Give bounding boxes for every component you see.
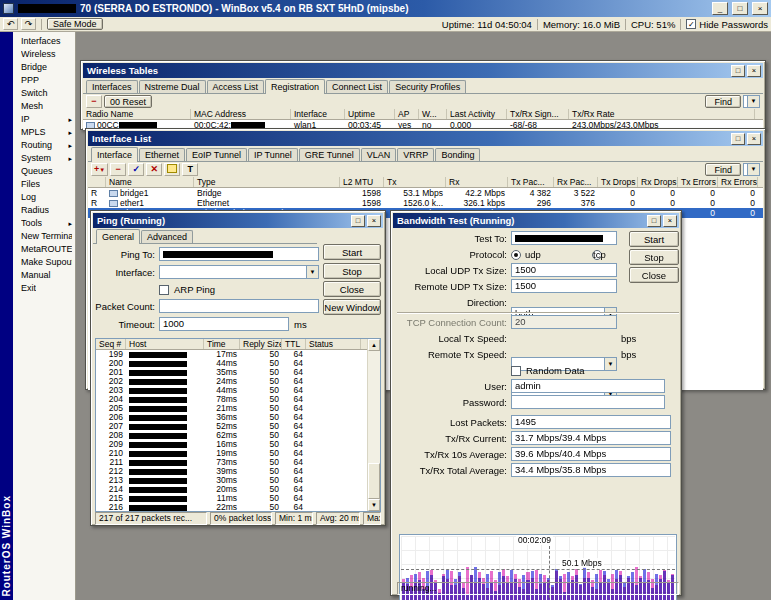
- find-filter-dropdown[interactable]: ▼: [743, 95, 760, 108]
- ping-result-row[interactable]: 20916ms5064: [96, 440, 380, 449]
- sidebar-item-make-supout-rif[interactable]: Make Supout.rif: [13, 256, 75, 269]
- password-input[interactable]: [511, 395, 665, 409]
- sidebar-item-interfaces[interactable]: Interfaces: [13, 35, 75, 48]
- sidebar-item-new-terminal[interactable]: New Terminal: [13, 230, 75, 243]
- scroll-down-button[interactable]: ▼: [368, 499, 380, 511]
- ping-to-input[interactable]: [159, 247, 319, 261]
- registration-col-last-activity[interactable]: Last Activity: [447, 109, 507, 119]
- remove-button[interactable]: −: [86, 95, 102, 108]
- local-udp-tx-size-input[interactable]: 1500: [511, 263, 617, 277]
- ping-result-row[interactable]: 20224ms5064: [96, 377, 380, 386]
- close-button[interactable]: ×: [663, 215, 677, 227]
- wireless-tab-access-list[interactable]: Access List: [207, 80, 265, 93]
- ping-result-row[interactable]: 20862ms5064: [96, 431, 380, 440]
- ping-new-window-button[interactable]: New Window: [323, 299, 381, 315]
- registration-col-uptime[interactable]: Uptime: [345, 109, 395, 119]
- ping-result-row[interactable]: 21330ms5064: [96, 476, 380, 485]
- interface-list-tab-gre-tunnel[interactable]: GRE Tunnel: [299, 148, 360, 161]
- arp-ping-checkbox[interactable]: [159, 285, 169, 295]
- sidebar-item-mpls[interactable]: MPLS▸: [13, 126, 75, 139]
- app-close-button[interactable]: ×: [752, 2, 768, 15]
- bandwidth-test-titlebar[interactable]: Bandwidth Test (Running) □ ×: [393, 213, 679, 228]
- interface-col-rx[interactable]: Rx: [446, 177, 508, 187]
- interface-col-flags[interactable]: [88, 177, 106, 187]
- scroll-up-button[interactable]: ▲: [368, 339, 380, 351]
- random-data-checkbox[interactable]: [511, 366, 521, 376]
- wireless-tab-security-profiles[interactable]: Security Profiles: [389, 80, 466, 93]
- interface-col-tx-drops[interactable]: Tx Drops: [598, 177, 638, 187]
- interface-col-name[interactable]: Name: [106, 177, 194, 187]
- sidebar-item-manual[interactable]: Manual: [13, 269, 75, 282]
- ping-col-status[interactable]: Status: [306, 339, 361, 349]
- ping-result-row[interactable]: 20636ms5064: [96, 413, 380, 422]
- registration-col-ap[interactable]: AP: [395, 109, 419, 119]
- user-input[interactable]: admin: [511, 379, 665, 393]
- hide-passwords-checkbox[interactable]: ✓: [686, 19, 696, 29]
- registration-col-w[interactable]: W...: [419, 109, 447, 119]
- interface-dropdown[interactable]: ▼: [159, 265, 319, 279]
- sidebar-item-ip[interactable]: IP▸: [13, 113, 75, 126]
- close-button[interactable]: ×: [747, 65, 761, 77]
- close-button[interactable]: ×: [747, 133, 761, 145]
- enable-button[interactable]: ✓: [128, 163, 144, 176]
- sidebar-item-log[interactable]: Log: [13, 191, 75, 204]
- interface-list-tab-ethernet[interactable]: Ethernet: [139, 148, 185, 161]
- interface-list-titlebar[interactable]: Interface List □ ×: [88, 131, 763, 146]
- registration-col-mac-address[interactable]: MAC Address: [191, 109, 291, 119]
- ping-tab-general[interactable]: General: [96, 229, 140, 244]
- ping-result-row[interactable]: 20752ms5064: [96, 422, 380, 431]
- undo-button[interactable]: ↶: [3, 18, 18, 30]
- remote-udp-tx-size-input[interactable]: 1500: [511, 279, 617, 293]
- ping-result-row[interactable]: 21173ms5064: [96, 458, 380, 467]
- app-maximize-button[interactable]: □: [732, 2, 748, 15]
- sidebar-item-switch[interactable]: Switch: [13, 87, 75, 100]
- registration-col-tx-rx-rate[interactable]: Tx/Rx Rate: [569, 109, 755, 119]
- disable-button[interactable]: ✕: [146, 163, 162, 176]
- maximize-button[interactable]: □: [731, 133, 745, 145]
- ping-result-row[interactable]: 20135ms5064: [96, 368, 380, 377]
- ping-tab-advanced[interactable]: Advanced: [141, 230, 193, 243]
- interface-col-rx-errors[interactable]: Rx Errors: [718, 177, 758, 187]
- ping-table-scrollbar[interactable]: ▲ ▼: [367, 339, 380, 511]
- sidebar-item-metarouter[interactable]: MetaROUTER: [13, 243, 75, 256]
- ping-col-host[interactable]: Host: [126, 339, 204, 349]
- sidebar-item-system[interactable]: System▸: [13, 152, 75, 165]
- sidebar-item-tools[interactable]: Tools▸: [13, 217, 75, 230]
- interface-list-tab-interface[interactable]: Interface: [91, 147, 138, 162]
- scrollbar-thumb[interactable]: [368, 463, 380, 499]
- sidebar-item-exit[interactable]: Exit: [13, 282, 75, 295]
- interface-list-tab-ip-tunnel[interactable]: IP Tunnel: [248, 148, 298, 161]
- find-button[interactable]: Find: [705, 163, 741, 176]
- bandwidth-close-button[interactable]: Close: [629, 267, 679, 283]
- interface-col-l2-mtu[interactable]: L2 MTU: [340, 177, 384, 187]
- sidebar-item-radius[interactable]: Radius: [13, 204, 75, 217]
- ping-result-row[interactable]: 20044ms5064: [96, 359, 380, 368]
- interface-col-tx-errors[interactable]: Tx Errors: [678, 177, 718, 187]
- wireless-tab-registration[interactable]: Registration: [265, 79, 325, 94]
- sidebar-item-files[interactable]: Files: [13, 178, 75, 191]
- torch-button[interactable]: T: [182, 163, 198, 176]
- maximize-button[interactable]: □: [351, 215, 365, 227]
- interface-list-tab-bonding[interactable]: Bonding: [435, 148, 480, 161]
- remove-button[interactable]: −: [110, 163, 126, 176]
- ping-result-row[interactable]: 20478ms5064: [96, 395, 380, 404]
- interface-list-tab-eoip-tunnel[interactable]: EoIP Tunnel: [186, 148, 247, 161]
- interface-list-tab-vrrp[interactable]: VRRP: [397, 148, 434, 161]
- ping-result-row[interactable]: 19917ms5064: [96, 350, 380, 359]
- ping-close-button[interactable]: Close: [323, 281, 381, 297]
- sidebar-item-routing[interactable]: Routing▸: [13, 139, 75, 152]
- ping-col-seq[interactable]: Seq #: [96, 339, 126, 349]
- add-button[interactable]: +▼: [91, 163, 108, 176]
- bandwidth-stop-button[interactable]: Stop: [629, 249, 679, 265]
- maximize-button[interactable]: □: [731, 65, 745, 77]
- sidebar-item-wireless[interactable]: Wireless: [13, 48, 75, 61]
- protocol-udp-radio[interactable]: [511, 250, 521, 260]
- reset-button[interactable]: 00 Reset: [104, 95, 152, 108]
- interface-col-tx-pac[interactable]: Tx Pac...: [508, 177, 554, 187]
- registration-col-tx-rx-sign[interactable]: Tx/Rx Sign...: [507, 109, 569, 119]
- wireless-tab-connect-list[interactable]: Connect List: [326, 80, 388, 93]
- close-button[interactable]: ×: [367, 215, 381, 227]
- registration-col-interface[interactable]: Interface: [291, 109, 345, 119]
- interface-col-rx-pac[interactable]: Rx Pac...: [554, 177, 598, 187]
- ping-col-time[interactable]: Time: [204, 339, 240, 349]
